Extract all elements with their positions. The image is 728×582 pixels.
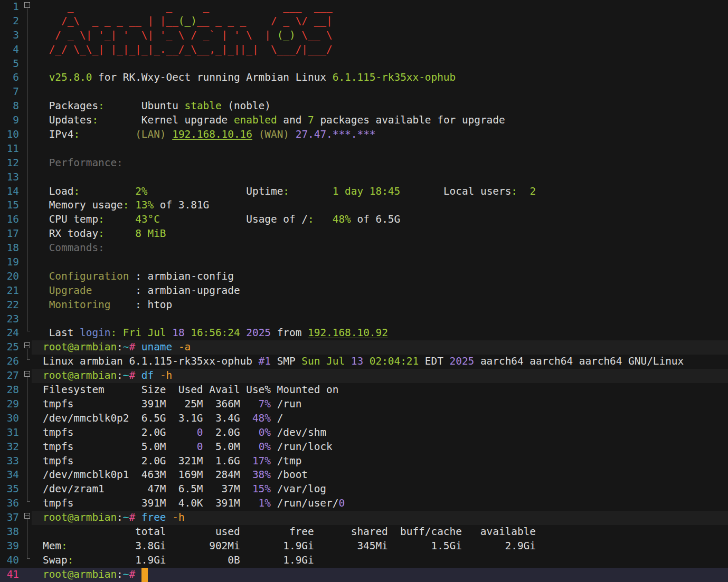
line-number: 20: [0, 270, 23, 284]
fold-guide: [23, 28, 32, 43]
terminal-line-content: [32, 85, 728, 99]
terminal-line: 28Filesystem Size Used Avail Use% Mounte…: [0, 383, 728, 397]
terminal-line: 27root@armbian:~# df -h: [0, 369, 728, 383]
line-number: 6: [0, 71, 23, 85]
text-segment: 16:56:24: [185, 327, 247, 339]
text-segment: [80, 128, 135, 140]
text-segment: 6.1.115-rk35xx-ophub: [333, 71, 456, 83]
terminal-line-content: Linux armbian 6.1.115-rk35xx-ophub #1 SM…: [32, 355, 728, 369]
text-segment: 2025: [450, 355, 475, 367]
text-segment: tmpfs 2.0G: [43, 426, 197, 438]
terminal-line: 19: [0, 255, 728, 270]
text-segment: htop: [147, 299, 172, 311]
fold-toggle-icon[interactable]: [23, 511, 32, 525]
text-segment: [135, 369, 141, 381]
line-number: 17: [0, 227, 23, 241]
terminal-line: 15 Memory usage: 13% of 3.81G: [0, 198, 728, 213]
text-segment: :: [117, 511, 123, 523]
text-segment: IPv4: [43, 128, 73, 140]
terminal-line: 13: [0, 170, 728, 185]
text-segment: Ubuntu: [105, 100, 185, 112]
terminal-cursor: [141, 568, 148, 582]
terminal-line: 5: [0, 57, 728, 71]
fold-guide: [23, 255, 32, 270]
fold-guide: [23, 57, 32, 71]
text-segment: [80, 185, 135, 197]
text-segment: (noble): [222, 100, 271, 112]
terminal-line-content: /dev/mmcblk0p2 6.5G 3.1G 3.4G 48% /: [32, 412, 728, 426]
terminal-line: 10 IPv4: (LAN) 192.168.10.16 (WAN) 27.47…: [0, 128, 728, 142]
fold-toggle-icon[interactable]: [23, 0, 32, 14]
text-segment: v25.8.0: [49, 71, 92, 83]
line-number: 24: [0, 326, 23, 340]
text-segment: 0: [197, 441, 203, 453]
text-segment: Local users: [443, 185, 511, 197]
text-segment: 13%: [135, 199, 154, 211]
fold-guide: [23, 113, 32, 128]
text-segment: /dev/zram1 47M 6.5M 37M: [43, 483, 252, 495]
line-number: 5: [0, 57, 23, 71]
terminal-line: 9 Updates: Kernel upgrade enabled and 7 …: [0, 113, 728, 128]
fold-guide: [23, 482, 32, 497]
text-segment: 02:04:21: [363, 355, 419, 367]
text-segment: (LAN): [135, 128, 166, 140]
text-segment: 2: [530, 185, 536, 197]
text-segment: 2.0G: [203, 426, 259, 438]
fold-guide: [23, 554, 32, 568]
text-segment: #: [129, 369, 135, 381]
fold-guide: [23, 85, 32, 99]
terminal-line-content: Performance:: [32, 156, 728, 170]
terminal-line-content: RX today: 8 MiB: [32, 227, 728, 241]
fold-toggle-icon[interactable]: [23, 369, 32, 383]
text-segment: of 6.5G: [351, 213, 400, 225]
text-segment: (WAN): [259, 128, 289, 140]
text-segment: [117, 327, 123, 339]
terminal-line-content: Filesystem Size Used Avail Use% Mounted …: [32, 383, 728, 397]
text-segment: Monitoring: [43, 299, 110, 311]
text-segment: [252, 128, 259, 140]
text-segment: :: [92, 284, 147, 297]
fold-guide: [23, 440, 32, 454]
text-segment: Uptime: [246, 185, 283, 197]
terminal-line-content: [32, 312, 728, 327]
terminal-line-content: Packages: Ubuntu stable (noble): [32, 99, 728, 113]
text-segment: :: [110, 299, 147, 311]
terminal-line-content: Swap: 1.9Gi 0B 1.9Gi: [32, 554, 728, 568]
line-number: 14: [0, 185, 23, 199]
text-segment: :: [117, 568, 123, 580]
text-segment: 38%: [252, 469, 271, 481]
terminal[interactable]: 1 _ _ _ ___ ___2 /_\ _ _ _ __ | |__(_)__…: [0, 0, 728, 582]
text-segment: [517, 185, 530, 197]
terminal-line-content: _ _ _ ___ ___: [32, 0, 728, 14]
terminal-line-content: Last login: Fri Jul 18 16:56:24 2025 fro…: [32, 326, 728, 340]
text-segment: (_): [277, 29, 296, 41]
line-number: 21: [0, 284, 23, 298]
fold-guide: [23, 270, 32, 284]
terminal-line: 32tmpfs 5.0M 0 5.0M 0% /run/lock: [0, 440, 728, 454]
text-segment: 3.8Gi 902Mi 1.9Gi 345Mi 1.5Gi 2.9Gi: [68, 540, 536, 552]
text-segment: [172, 341, 178, 353]
text-segment: :: [129, 270, 147, 282]
terminal-line: 3 / _ \| '_| ' \| '_ \ / _` | ' \ | (_) …: [0, 28, 728, 43]
text-segment: Commands:: [43, 242, 105, 254]
text-segment: :: [117, 341, 123, 353]
text-segment: Kernel upgrade: [98, 114, 234, 126]
line-number: 22: [0, 298, 23, 312]
text-segment: 17%: [252, 455, 271, 467]
text-segment: for RK.Wxy-Oect running Armbian Linux: [92, 71, 332, 83]
fold-guide: [23, 525, 32, 539]
terminal-line: 11: [0, 142, 728, 156]
line-number: 35: [0, 482, 23, 497]
text-segment: Upgrade: [43, 284, 92, 297]
line-number: 34: [0, 468, 23, 482]
text-segment: tmpfs 391M 4.0K 391M: [43, 497, 259, 509]
text-segment: 0: [197, 426, 203, 438]
terminal-line: 35/dev/zram1 47M 6.5M 37M 15% /var/log: [0, 482, 728, 497]
fold-toggle-icon[interactable]: [23, 340, 32, 355]
line-number: 16: [0, 213, 23, 227]
text-segment: [314, 213, 333, 225]
text-segment: /_\ _ _ _ __ | |__: [43, 15, 178, 27]
terminal-line-content: [32, 142, 728, 156]
text-segment: and: [277, 114, 308, 126]
terminal-line-content: /_\ _ _ _ __ | |__(_)__ _ _ _ / _ \/ __|: [32, 14, 728, 28]
